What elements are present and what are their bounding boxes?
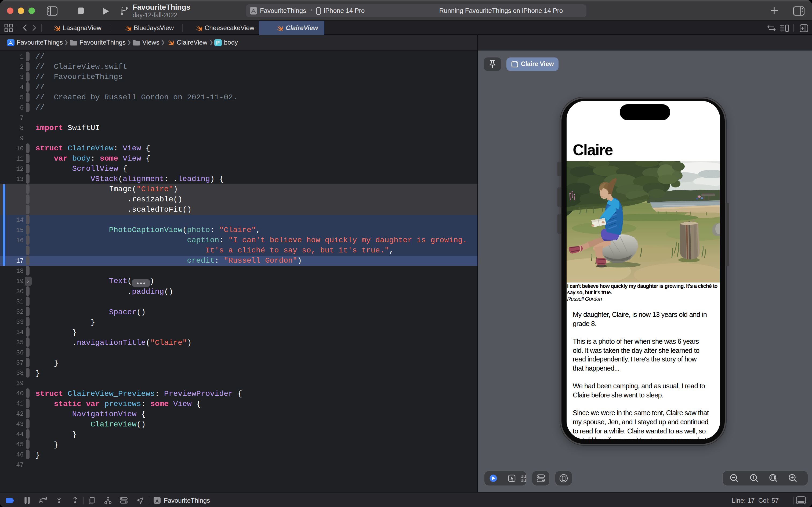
svg-text:1: 1 <box>752 475 754 481</box>
